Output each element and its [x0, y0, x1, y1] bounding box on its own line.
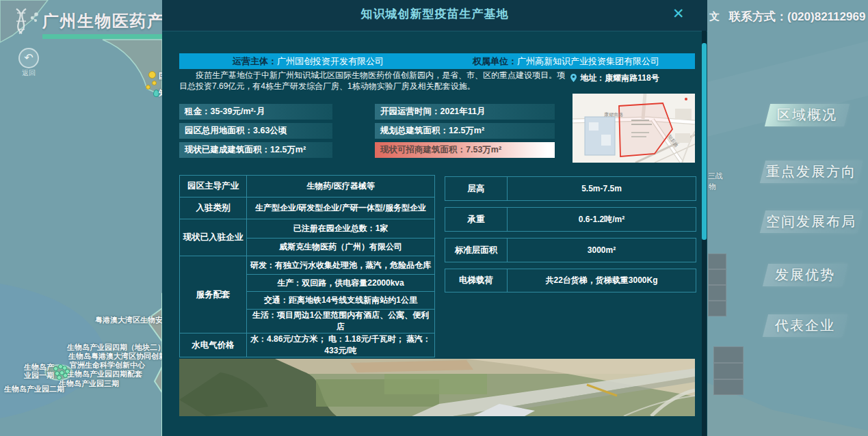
table-value: 生物药/医疗器械等 [247, 176, 435, 197]
owner-entity: 权属单位：广州高新知识产业投资集团有限公司 [437, 53, 695, 69]
back-button[interactable]: ↶ [18, 48, 39, 68]
map-marker-icon[interactable] [63, 373, 68, 378]
menu-item-spatial-layout[interactable]: 空间发展布局 [760, 210, 863, 233]
map-pin-yellow-icon[interactable] [152, 81, 157, 85]
operator-entity: 运营主体：广州国创投资开发有限公司 [179, 53, 437, 69]
title-underline [42, 34, 162, 39]
modal-scrollbar-thumb[interactable] [702, 43, 707, 240]
field-planned-area: 规划总建筑面积：12.5万m² [375, 123, 555, 139]
field-built-area: 现状已建成建筑面积：12.5万m² [179, 142, 332, 158]
map-park-label: 生物岛产业园四期配套 [67, 369, 142, 379]
clipped-text-fragment: 三战 [708, 171, 723, 181]
menu-item-advantages[interactable]: 发展优势 [763, 264, 847, 286]
clipped-text-fragment: 文 [709, 10, 720, 23]
site-photo [179, 359, 695, 416]
map-pin-yellow-icon[interactable] [148, 71, 156, 79]
spec-elevator-load: 电梯载荷共22台货梯，货梯载重3000Kg [445, 269, 696, 292]
page-title: 广州生物医药产 [42, 10, 163, 32]
legend-box[interactable] [708, 269, 726, 285]
table-label: 园区主导产业 [180, 176, 247, 197]
spec-standard-floor-area: 标准层面积3000m² [445, 238, 696, 262]
table-label: 服务配套 [180, 256, 247, 333]
park-detail-table: 园区主导产业生物药/医疗器械等 入驻类别生产型企业/研发型企业/产研一体型/服务… [179, 175, 435, 357]
menu-item-key-development[interactable]: 重点发展方向 [760, 161, 863, 183]
legend-box[interactable] [708, 254, 726, 269]
table-value: 已注册在园企业总数：1家 [247, 219, 435, 239]
spec-floor-height: 层高5.5m-7.5m [445, 176, 696, 201]
table-value: 交通：距离地铁14号线支线新南站约1公里 [247, 292, 435, 310]
table-value: 生产型企业/研发型企业/产研一体型/服务型企业 [247, 197, 435, 219]
spec-load-bearing: 承重0.6-1.2吨/m² [445, 207, 696, 232]
menu-item-representative-companies[interactable]: 代表企业 [763, 314, 847, 337]
map-pin-yellow-icon[interactable] [146, 85, 150, 90]
map-marker-icon[interactable] [53, 366, 58, 371]
detail-modal: 知识城创新型疫苗生产基地 ✕ 运营主体：广州国创投资开发有限公司 权属单位：广州… [162, 0, 707, 436]
modal-titlebar: 知识城创新型疫苗生产基地 [162, 0, 707, 31]
table-value: 威斯克生物医药（广州）有限公司 [247, 239, 435, 256]
legend-box[interactable] [713, 363, 744, 379]
menu-item-region-overview[interactable]: 区域概况 [765, 104, 850, 126]
legend-box[interactable] [713, 379, 744, 395]
table-label: 现状已入驻企业 [180, 219, 247, 256]
legend-box[interactable] [713, 346, 744, 363]
field-rent: 租金：35-39元/m²·月 [179, 104, 332, 120]
close-icon[interactable]: ✕ [672, 5, 685, 22]
clipped-text-fragment: 物 [709, 182, 716, 192]
location-pin-icon [570, 74, 577, 82]
back-label: 返回 [12, 68, 45, 78]
svg-text:康耀南路: 康耀南路 [604, 111, 623, 118]
field-total-land-area: 园区总用地面积：3.63公顷 [179, 123, 332, 139]
modal-title: 知识城创新型疫苗生产基地 [162, 0, 707, 29]
field-leasable-area-highlight: 现状可招商建筑面积：7.53万m² [375, 142, 555, 158]
table-label: 入驻类别 [180, 197, 247, 219]
map-park-label: 生物岛产业园二期 [4, 384, 64, 394]
entity-header-bar: 运营主体：广州国创投资开发有限公司 权属单位：广州高新知识产业投资集团有限公司 [179, 53, 695, 69]
map-park-label: 生物岛产业园一期 [23, 363, 55, 379]
legend-box[interactable] [708, 301, 726, 316]
map-marker-icon[interactable] [57, 375, 62, 380]
legend-box[interactable] [708, 285, 726, 301]
table-value: 研发：有独立污水收集处理池，蒸汽，危险品仓库 [247, 256, 435, 275]
map-park-label: 生物岛产业园三期 [59, 379, 119, 389]
table-value: 生产：双回路，供电容量22000kva [247, 275, 435, 292]
field-opening-time: 开园运营时间：2021年11月 [375, 104, 555, 120]
modal-scrollbar-track[interactable] [702, 31, 707, 436]
dna-logo-icon [10, 7, 40, 37]
address: 地址：康耀南路118号 [570, 72, 659, 84]
site-location-map[interactable]: 康耀南路 知新路 [573, 94, 695, 163]
project-description: 疫苗生产基地位于中新广州知识城北区国际生物医药价值创新园内，是省、市、区的重点建… [179, 70, 572, 92]
table-value: 生活：项目周边1公里范围内有酒店、公寓、便利店 [247, 310, 435, 333]
table-value: 水：4.86元/立方米； 电：1.18元/千瓦时； 蒸汽：433元/吨 [247, 333, 435, 357]
table-label: 水电气价格 [180, 333, 247, 357]
back-arrow-icon: ↶ [24, 52, 33, 64]
contact-info: 联系方式：(020)82112969 [729, 9, 865, 25]
